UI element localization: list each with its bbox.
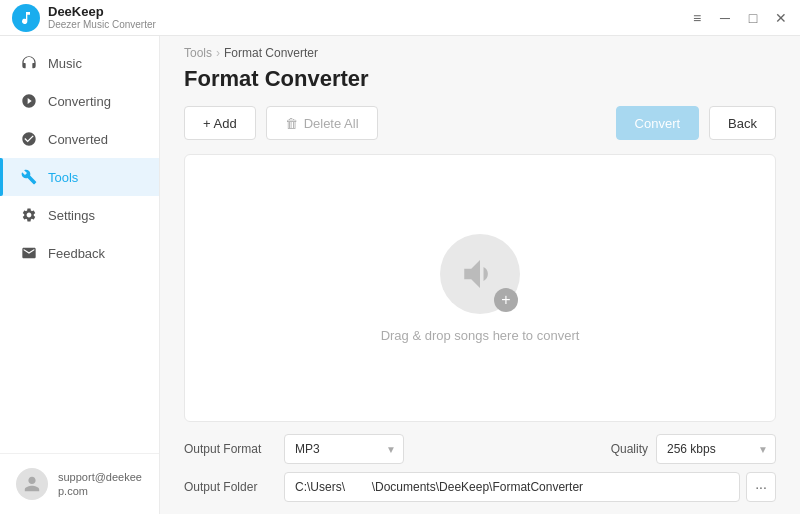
- breadcrumb-separator: ›: [216, 46, 220, 60]
- add-button[interactable]: + Add: [184, 106, 256, 140]
- sidebar-item-converted-label: Converted: [48, 132, 108, 147]
- folder-label: Output Folder: [184, 480, 272, 494]
- sidebar-item-feedback-label: Feedback: [48, 246, 105, 261]
- converting-icon: [20, 92, 38, 110]
- close-button[interactable]: ✕: [774, 11, 788, 25]
- sidebar-item-music-label: Music: [48, 56, 82, 71]
- person-icon: [23, 475, 41, 493]
- toolbar: + Add 🗑 Delete All Convert Back: [160, 106, 800, 154]
- format-label: Output Format: [184, 442, 272, 456]
- sidebar-item-tools[interactable]: Tools: [0, 158, 159, 196]
- app-identity: DeeKeep Deezer Music Converter: [12, 4, 156, 32]
- drop-icon-wrapper: +: [440, 234, 520, 314]
- converted-icon: [20, 130, 38, 148]
- music-wave-icon: [459, 253, 501, 295]
- breadcrumb-current: Format Converter: [224, 46, 318, 60]
- envelope-icon: [20, 244, 38, 262]
- sidebar-nav: Music Converting Converted Tools: [0, 36, 159, 453]
- app-name-block: DeeKeep Deezer Music Converter: [48, 4, 156, 32]
- format-select[interactable]: MP3 AAC FLAC WAV OGG AIFF: [284, 434, 404, 464]
- quality-select[interactable]: 128 kbps 192 kbps 256 kbps 320 kbps: [656, 434, 776, 464]
- sidebar-item-converted[interactable]: Converted: [0, 120, 159, 158]
- app-logo: [12, 4, 40, 32]
- folder-browse-button[interactable]: ···: [746, 472, 776, 502]
- delete-all-button[interactable]: 🗑 Delete All: [266, 106, 378, 140]
- tools-icon: [20, 168, 38, 186]
- sidebar-item-settings-label: Settings: [48, 208, 95, 223]
- avatar: [16, 468, 48, 500]
- menu-button[interactable]: ≡: [690, 11, 704, 25]
- sidebar-item-music[interactable]: Music: [0, 44, 159, 82]
- back-button[interactable]: Back: [709, 106, 776, 140]
- convert-button[interactable]: Convert: [616, 106, 700, 140]
- maximize-button[interactable]: □: [746, 11, 760, 25]
- quality-select-wrapper: 128 kbps 192 kbps 256 kbps 320 kbps ▼: [656, 434, 776, 464]
- drop-area[interactable]: + Drag & drop songs here to convert: [184, 154, 776, 422]
- sidebar: Music Converting Converted Tools: [0, 36, 160, 514]
- app-body: Music Converting Converted Tools: [0, 36, 800, 514]
- sidebar-item-tools-label: Tools: [48, 170, 78, 185]
- sidebar-item-feedback[interactable]: Feedback: [0, 234, 159, 272]
- sidebar-item-converting-label: Converting: [48, 94, 111, 109]
- app-subtitle: Deezer Music Converter: [48, 19, 156, 31]
- format-select-wrapper: MP3 AAC FLAC WAV OGG AIFF ▼: [284, 434, 404, 464]
- breadcrumb: Tools › Format Converter: [160, 36, 800, 62]
- app-name: DeeKeep: [48, 4, 156, 20]
- delete-all-label: Delete All: [304, 116, 359, 131]
- user-email: support@deekeep.com: [58, 470, 143, 499]
- sidebar-footer: support@deekeep.com: [0, 453, 159, 514]
- folder-path-input[interactable]: [284, 472, 740, 502]
- headphones-icon: [20, 54, 38, 72]
- title-bar: DeeKeep Deezer Music Converter ≡ ─ □ ✕: [0, 0, 800, 36]
- app-logo-icon: [18, 10, 34, 26]
- folder-input-wrapper: ···: [284, 472, 776, 502]
- folder-row: Output Folder ···: [184, 472, 776, 502]
- drop-add-badge: +: [494, 288, 518, 312]
- sidebar-item-converting[interactable]: Converting: [0, 82, 159, 120]
- page-title: Format Converter: [160, 62, 800, 106]
- trash-icon: 🗑: [285, 116, 298, 131]
- sidebar-item-settings[interactable]: Settings: [0, 196, 159, 234]
- window-controls: ≡ ─ □ ✕: [690, 11, 788, 25]
- breadcrumb-parent: Tools: [184, 46, 212, 60]
- main-content: Tools › Format Converter Format Converte…: [160, 36, 800, 514]
- quality-label: Quality: [611, 442, 648, 456]
- format-row: Output Format MP3 AAC FLAC WAV OGG AIFF …: [184, 434, 776, 464]
- quality-wrapper: Quality 128 kbps 192 kbps 256 kbps 320 k…: [611, 434, 776, 464]
- drop-area-text: Drag & drop songs here to convert: [381, 328, 580, 343]
- footer-settings: Output Format MP3 AAC FLAC WAV OGG AIFF …: [160, 422, 800, 514]
- minimize-button[interactable]: ─: [718, 11, 732, 25]
- settings-icon: [20, 206, 38, 224]
